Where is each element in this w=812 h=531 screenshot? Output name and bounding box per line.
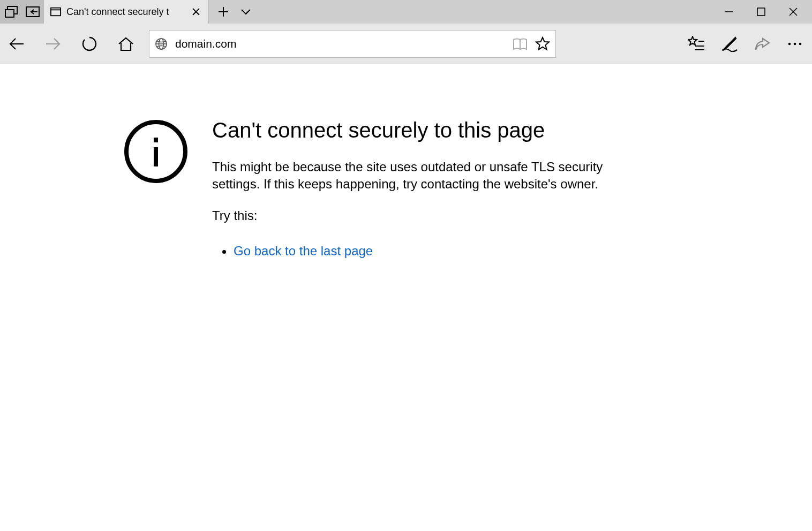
svg-rect-3 xyxy=(51,8,61,16)
tab-title: Can't connect securely t xyxy=(66,6,186,18)
error-body: This might be because the site uses outd… xyxy=(212,158,619,193)
page-icon xyxy=(50,5,61,19)
globe-icon xyxy=(155,37,168,50)
go-back-link[interactable]: Go back to the last page xyxy=(234,244,373,258)
address-input[interactable] xyxy=(175,37,505,50)
refresh-button[interactable] xyxy=(80,35,99,53)
maximize-icon[interactable] xyxy=(754,5,768,19)
close-tab-icon[interactable] xyxy=(191,7,201,17)
favorite-star-icon[interactable] xyxy=(535,36,550,51)
share-icon[interactable] xyxy=(754,36,771,51)
info-icon xyxy=(124,120,187,183)
window-close-icon[interactable] xyxy=(786,5,800,19)
suggestion-list: Go back to the last page xyxy=(212,244,619,259)
svg-rect-0 xyxy=(5,10,14,17)
svg-point-25 xyxy=(799,42,802,45)
home-button[interactable] xyxy=(117,35,135,53)
notes-icon[interactable] xyxy=(721,36,738,52)
titlebar-left-controls xyxy=(0,0,44,24)
tab-dropdown-icon[interactable] xyxy=(239,5,253,19)
set-aside-tabs-icon[interactable] xyxy=(26,5,40,19)
error-heading: Can't connect securely to this page xyxy=(212,118,619,142)
favorites-list-icon[interactable] xyxy=(688,36,705,52)
svg-marker-19 xyxy=(688,36,697,45)
back-button[interactable] xyxy=(7,35,26,53)
forward-button[interactable] xyxy=(44,35,62,53)
svg-point-24 xyxy=(794,42,796,45)
titlebar: Can't connect securely t xyxy=(0,0,812,24)
tab-actions xyxy=(209,0,260,24)
more-menu-icon[interactable] xyxy=(787,42,802,46)
suggestion-item: Go back to the last page xyxy=(234,244,619,259)
minimize-icon[interactable] xyxy=(722,5,736,19)
try-this-label: Try this: xyxy=(212,208,619,223)
tabs-overview-icon[interactable] xyxy=(4,5,18,19)
nav-buttons xyxy=(7,35,135,53)
toolbar xyxy=(0,24,812,64)
svg-marker-18 xyxy=(536,37,549,50)
error-page: Can't connect securely to this page This… xyxy=(0,64,812,259)
browser-tab[interactable]: Can't connect securely t xyxy=(44,0,209,24)
window-controls xyxy=(711,0,812,24)
svg-rect-10 xyxy=(757,8,765,16)
svg-point-23 xyxy=(788,42,791,45)
error-content: Can't connect securely to this page This… xyxy=(212,118,619,259)
new-tab-icon[interactable] xyxy=(216,5,230,19)
address-bar[interactable] xyxy=(149,30,556,58)
toolbar-right-icons xyxy=(688,36,802,52)
svg-rect-26 xyxy=(154,138,158,142)
svg-rect-27 xyxy=(154,147,158,166)
reading-view-icon[interactable] xyxy=(513,37,528,50)
